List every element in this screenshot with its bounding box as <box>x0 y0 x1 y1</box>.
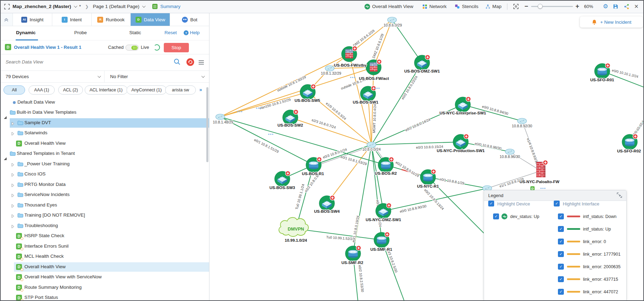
tab-intent[interactable]: IIntent <box>52 13 91 26</box>
tree-item-solarwinds[interactable]: Solarwinds <box>0 128 209 138</box>
tree-item-hsrp-state-check[interactable]: DHSRP State Check <box>0 231 209 241</box>
tree-expand-icon[interactable] <box>12 131 14 137</box>
more-data-dots-icon[interactable] <box>268 134 274 135</box>
legend-checkbox[interactable]: ✓ <box>558 251 564 257</box>
legend-checkbox[interactable]: ✓ <box>558 276 564 282</box>
more-data-dots-icon[interactable] <box>540 188 546 189</box>
legend-checkbox[interactable]: ✓ <box>554 201 560 206</box>
fullscreen-icon[interactable] <box>4 4 10 9</box>
collapse-panel-icon[interactable] <box>0 13 13 26</box>
device-entsw1[interactable] <box>455 97 471 112</box>
device-dmzsw1[interactable] <box>414 55 430 70</box>
stencils-menu[interactable]: Stencils <box>455 4 478 9</box>
legend-checkbox[interactable]: ✓ <box>558 289 564 295</box>
tree-item-route-summary-monitoring[interactable]: DRoute Summary Monitoring <box>0 283 209 293</box>
device-smfr2[interactable] <box>345 246 361 261</box>
tree-item-sample-dvt[interactable]: Sample DVT <box>0 118 209 128</box>
map-link[interactable] <box>371 142 461 145</box>
device-cloud96[interactable] <box>505 149 514 155</box>
tree-collapse-icon[interactable] <box>4 152 7 157</box>
device-bosr2[interactable] <box>378 157 394 173</box>
tree-item-troubleshooting[interactable]: Troubleshooting <box>0 221 209 231</box>
overall-health-view-menu[interactable]: Overall Health View <box>365 4 413 9</box>
device-sw1[interactable] <box>360 86 376 101</box>
device-smfr1[interactable] <box>374 232 390 248</box>
legend-checkbox[interactable]: ✓ <box>493 213 499 219</box>
device-bosr1[interactable] <box>306 157 322 173</box>
device-nycdmz[interactable] <box>376 203 391 219</box>
share-icon[interactable] <box>624 4 629 9</box>
legend-checkbox[interactable]: ✓ <box>488 201 494 206</box>
tab-runbook[interactable]: RRunbook <box>91 13 131 26</box>
device-bossw3[interactable] <box>275 171 290 187</box>
device-nycr1[interactable] <box>420 169 436 185</box>
device-prodsw1[interactable] <box>453 134 469 150</box>
tree-expand-icon[interactable] <box>12 183 14 188</box>
device-dmvpn[interactable]: DMVPN <box>279 218 308 236</box>
legend-checkbox[interactable]: ✓ <box>558 213 564 219</box>
legend-header[interactable]: Legend <box>484 190 626 201</box>
tree-item-cisco-ios[interactable]: Cisco IOS <box>0 169 209 180</box>
device-cloud6[interactable] <box>388 17 397 23</box>
device-cloud48[interactable] <box>216 114 225 120</box>
zoom-in-button[interactable]: + <box>576 3 580 10</box>
device-sfor01[interactable] <box>595 63 610 79</box>
tree-expand-icon[interactable] <box>12 224 14 229</box>
map-title[interactable]: Map_zhenchen_2 (Master) <box>13 4 71 9</box>
tab-insight[interactable]: AIInsight <box>13 13 52 26</box>
fit-to-screen-icon[interactable] <box>513 3 519 9</box>
device-cloud92[interactable] <box>518 118 527 124</box>
tree-expand-icon[interactable] <box>12 204 14 209</box>
tree-expand-icon[interactable] <box>12 193 14 198</box>
tree-item-prtg-monitor-data[interactable]: PRTG Monitor Data <box>0 180 209 190</box>
device-cloud32[interactable] <box>325 66 334 71</box>
tree-item-default-data-view[interactable]: Default Data View <box>0 97 209 108</box>
tree-item-shared-templates-in-tenant[interactable]: Shared Templates in Tenant <box>0 149 209 159</box>
close-icon[interactable]: × <box>634 2 638 10</box>
tree-item-mcl-health-check[interactable]: DMCL Health Check <box>0 251 209 262</box>
new-incident-button[interactable]: + New Incident <box>580 16 643 28</box>
network-menu[interactable]: Network <box>422 4 447 9</box>
panel-scrollbar[interactable] <box>206 87 208 162</box>
summary-link[interactable]: Summary <box>160 4 181 9</box>
tree-expand-icon[interactable] <box>12 163 14 168</box>
tree-item--power-user-training[interactable]: _Power User Training <box>0 159 209 170</box>
map-link[interactable] <box>371 63 422 145</box>
tree-expand-icon[interactable] <box>12 173 14 178</box>
device-fwstby[interactable] <box>342 46 357 62</box>
zoom-slider-knob[interactable] <box>538 4 543 9</box>
more-data-dots-icon[interactable] <box>375 88 380 89</box>
legend-resize-icon[interactable] <box>617 193 622 199</box>
zoom-slider[interactable] <box>531 6 573 7</box>
legend-checkbox[interactable]: ✓ <box>558 239 564 244</box>
tree-expand-icon[interactable] <box>12 214 14 219</box>
tree-expand-icon[interactable] <box>12 121 14 127</box>
gear-icon[interactable]: ⚙ <box>603 3 608 10</box>
more-data-dots-icon[interactable] <box>350 77 355 78</box>
tree-item-overall-health-view[interactable]: DOverall Health View <box>0 262 209 272</box>
tab-data-view[interactable]: DData View <box>130 13 170 26</box>
page-title[interactable]: Page 1 (Default Page) <box>93 4 139 9</box>
tab-bot[interactable]: Bot <box>170 13 209 26</box>
tree-item-overall-health-view[interactable]: DOverall Health View <box>0 138 209 149</box>
device-sw4[interactable] <box>319 195 335 211</box>
tree-item-interface-errors-sunil[interactable]: DInterface Errors Sunil <box>0 241 209 252</box>
chevron-down-icon[interactable] <box>74 4 77 8</box>
map-link[interactable] <box>220 67 374 117</box>
more-data-dots-icon[interactable] <box>237 111 243 112</box>
device-sw5[interactable] <box>300 84 316 100</box>
tree-collapse-icon[interactable] <box>4 111 7 116</box>
zoom-percent[interactable]: 60% <box>584 4 593 9</box>
tree-item-stp-port-status[interactable]: DSTP Port Status <box>0 293 209 301</box>
map-menu[interactable]: Map <box>485 4 501 9</box>
legend-checkbox[interactable]: ✓ <box>558 226 564 232</box>
tree-item-training-do-not-remove-[interactable]: Training [DO NOT REMOVE] <box>0 210 209 221</box>
more-data-dots-icon[interactable] <box>256 107 261 109</box>
device-sfor02[interactable] <box>622 134 638 150</box>
tree-item-servicenow-incidents[interactable]: ServiceNow Incidents <box>0 190 209 200</box>
chevron-down-icon[interactable] <box>142 4 146 8</box>
zoom-out-button[interactable]: − <box>524 3 528 10</box>
device-hub[interactable] <box>367 142 376 148</box>
tree-item-thousand-eyes[interactable]: Thousand Eyes <box>0 200 209 211</box>
device-fwact[interactable] <box>366 59 382 75</box>
